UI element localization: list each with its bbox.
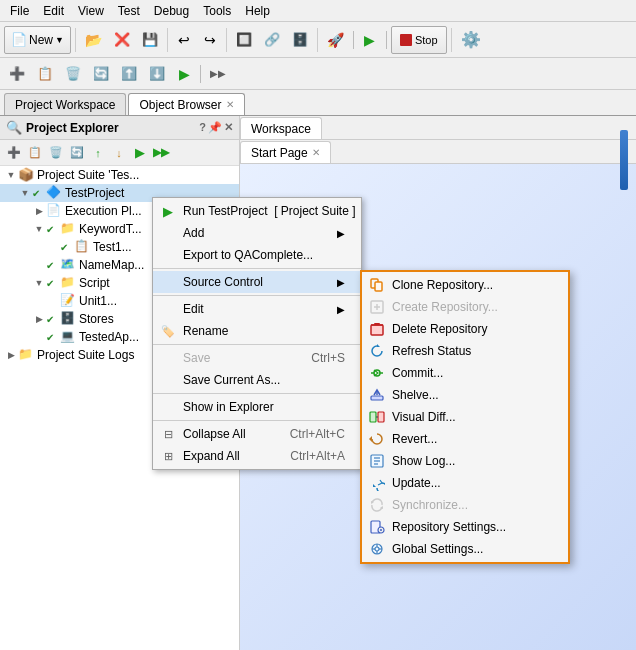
tab-object-browser[interactable]: Object Browser ✕	[128, 93, 244, 115]
stop-button[interactable]: Stop	[391, 26, 447, 54]
stores-icon: 🗄️	[60, 311, 76, 327]
stop-icon	[400, 34, 412, 46]
sub-repo-settings-label: Repository Settings...	[392, 520, 506, 534]
ctx-export[interactable]: Export to QAComplete...	[153, 244, 361, 266]
ctx-show-explorer[interactable]: Show in Explorer	[153, 396, 361, 418]
pt-up-btn[interactable]: ↑	[88, 143, 108, 163]
sub-revert[interactable]: Revert...	[362, 428, 568, 450]
add-item2-button[interactable]: 📋	[32, 60, 58, 88]
move-up-button[interactable]: ⬆️	[116, 60, 142, 88]
logs-label: Project Suite Logs	[37, 348, 134, 362]
tb-icon3[interactable]: 🗄️	[287, 26, 313, 54]
sub-sync-icon	[368, 496, 386, 514]
run2-button[interactable]: ▶	[358, 26, 382, 54]
svg-marker-22	[373, 484, 376, 487]
repo-settings-svg	[369, 519, 385, 535]
sub-refresh[interactable]: Refresh Status	[362, 340, 568, 362]
settings-button[interactable]: ⚙️	[456, 26, 486, 54]
ctx-save-shortcut: Ctrl+S	[291, 351, 345, 365]
tree-arrow-keyword[interactable]: ▼	[32, 224, 46, 234]
pt-refresh-btn[interactable]: 🔄	[67, 143, 87, 163]
sub-repo-settings[interactable]: Repository Settings...	[362, 516, 568, 538]
sub-sync[interactable]: Synchronize...	[362, 494, 568, 516]
run-button[interactable]: 🚀	[322, 26, 349, 54]
svg-rect-12	[371, 396, 383, 400]
main-tabs-bar: Project Workspace Object Browser ✕	[0, 90, 636, 116]
shelve-svg	[369, 387, 385, 403]
panel-pin-icon[interactable]: 📌	[208, 121, 222, 134]
ctx-edit[interactable]: Edit ▶	[153, 298, 361, 320]
tab-close-icon[interactable]: ✕	[226, 99, 234, 110]
pt-run-btn[interactable]: ▶	[130, 143, 150, 163]
panel-close-icon[interactable]: ✕	[224, 121, 233, 134]
sub-commit[interactable]: Commit...	[362, 362, 568, 384]
menu-test[interactable]: Test	[112, 2, 146, 20]
panel-help-icon[interactable]: ?	[199, 121, 206, 134]
menu-help[interactable]: Help	[239, 2, 276, 20]
sep1	[75, 28, 76, 52]
pt-dn-btn[interactable]: ↓	[109, 143, 129, 163]
sub-diff[interactable]: Visual Diff...	[362, 406, 568, 428]
testproject-icon: 🔷	[46, 185, 62, 201]
move-dn-button[interactable]: ⬇️	[144, 60, 170, 88]
tree-arrow-execplan[interactable]: ▶	[32, 206, 46, 216]
tb-icon2[interactable]: 🔗	[259, 26, 285, 54]
close-button[interactable]: ❌	[109, 26, 135, 54]
ctx-save[interactable]: Save Ctrl+S	[153, 347, 361, 369]
sep2	[167, 28, 168, 52]
sub-global-settings[interactable]: Global Settings...	[362, 538, 568, 560]
pt-run2-btn[interactable]: ▶▶	[151, 143, 171, 163]
tree-arrow-suite[interactable]: ▼	[4, 170, 18, 180]
menu-tools[interactable]: Tools	[197, 2, 237, 20]
new-button[interactable]: 📄 New ▼	[4, 26, 71, 54]
refresh-button[interactable]: 🔄	[88, 60, 114, 88]
run3-button[interactable]: ▶	[172, 60, 196, 88]
sub-shelve[interactable]: Shelve...	[362, 384, 568, 406]
inner-tab-startpage[interactable]: Start Page ✕	[240, 141, 331, 163]
pt-add2-btn[interactable]: 📋	[25, 143, 45, 163]
open-button[interactable]: 📂	[80, 26, 107, 54]
namemap-label: NameMap...	[79, 258, 144, 272]
menu-edit[interactable]: Edit	[37, 2, 70, 20]
ctx-sep5	[153, 420, 361, 421]
test1-icon: 📋	[74, 239, 90, 255]
ctx-add[interactable]: Add ▶	[153, 222, 361, 244]
delete-item-button[interactable]: 🗑️	[60, 60, 86, 88]
clone-svg	[369, 277, 385, 293]
ctx-run[interactable]: ▶ Run TestProject [ Project Suite ]	[153, 200, 361, 222]
tree-item-suite[interactable]: ▼ 📦 Project Suite 'Tes...	[0, 166, 239, 184]
testedapp-label: TestedAp...	[79, 330, 139, 344]
menu-bar: File Edit View Test Debug Tools Help	[0, 0, 636, 22]
sub-delete-repo[interactable]: Delete Repository	[362, 318, 568, 340]
right-tab-workspace[interactable]: Workspace	[240, 117, 322, 139]
ctx-collapse[interactable]: ⊟ Collapse All Ctrl+Alt+C	[153, 423, 361, 445]
tb-icon1[interactable]: 🔲	[231, 26, 257, 54]
sub-create-repo[interactable]: Create Repository...	[362, 296, 568, 318]
more-btn[interactable]: ▶▶	[205, 60, 231, 88]
pt-add-btn[interactable]: ➕	[4, 143, 24, 163]
menu-view[interactable]: View	[72, 2, 110, 20]
sub-showlog[interactable]: Show Log...	[362, 450, 568, 472]
menu-debug[interactable]: Debug	[148, 2, 195, 20]
ctx-save-as[interactable]: Save Current As...	[153, 369, 361, 391]
tab-project-workspace[interactable]: Project Workspace	[4, 93, 126, 115]
startpage-close-icon[interactable]: ✕	[312, 147, 320, 158]
redo-button[interactable]: ↪	[198, 26, 222, 54]
tree-arrow-stores[interactable]: ▶	[32, 314, 46, 324]
ctx-source-control[interactable]: Source Control ▶	[153, 271, 361, 293]
save-button[interactable]: 💾	[137, 26, 163, 54]
ctx-rename[interactable]: 🏷️ Rename	[153, 320, 361, 342]
tree-arrow-logs[interactable]: ▶	[4, 350, 18, 360]
sub-clone[interactable]: Clone Repository...	[362, 274, 568, 296]
add-item-button[interactable]: ➕	[4, 60, 30, 88]
new-dropdown-arrow[interactable]: ▼	[55, 35, 64, 45]
logs-icon: 📁	[18, 347, 34, 363]
tree-arrow-testproject[interactable]: ▼	[18, 188, 32, 198]
tree-arrow-script[interactable]: ▼	[32, 278, 46, 288]
menu-file[interactable]: File	[4, 2, 35, 20]
pt-delete-btn[interactable]: 🗑️	[46, 143, 66, 163]
ctx-expand[interactable]: ⊞ Expand All Ctrl+Alt+A	[153, 445, 361, 467]
check-testedapp: ✔	[46, 332, 60, 343]
sub-update[interactable]: Update...	[362, 472, 568, 494]
undo-button[interactable]: ↩	[172, 26, 196, 54]
